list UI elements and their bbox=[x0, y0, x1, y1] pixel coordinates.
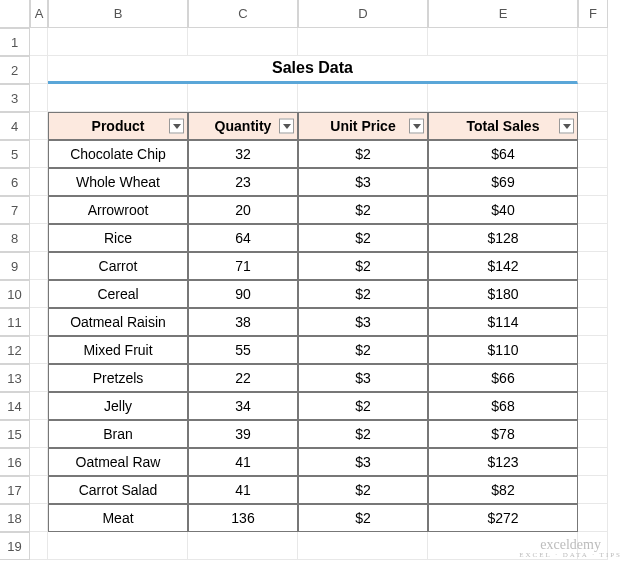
col-header-C[interactable]: C bbox=[188, 0, 298, 28]
cell-product-11[interactable]: Oatmeal Raw bbox=[48, 448, 188, 476]
cell-A17[interactable] bbox=[30, 476, 48, 504]
cell-quantity-13[interactable]: 136 bbox=[188, 504, 298, 532]
cell-F16[interactable] bbox=[578, 448, 608, 476]
cell-quantity-8[interactable]: 22 bbox=[188, 364, 298, 392]
cell-F8[interactable] bbox=[578, 224, 608, 252]
filter-dropdown-icon[interactable] bbox=[279, 119, 294, 134]
cell-F10[interactable] bbox=[578, 280, 608, 308]
cell-B19[interactable] bbox=[48, 532, 188, 560]
cell-F7[interactable] bbox=[578, 196, 608, 224]
cell-F5[interactable] bbox=[578, 140, 608, 168]
cell-F9[interactable] bbox=[578, 252, 608, 280]
cell-unit_price-9[interactable]: $2 bbox=[298, 392, 428, 420]
row-header-16[interactable]: 16 bbox=[0, 448, 30, 476]
cell-A15[interactable] bbox=[30, 420, 48, 448]
header-unit_price[interactable]: Unit Price bbox=[298, 112, 428, 140]
cell-unit_price-8[interactable]: $3 bbox=[298, 364, 428, 392]
cell-A11[interactable] bbox=[30, 308, 48, 336]
col-header-B[interactable]: B bbox=[48, 0, 188, 28]
cell-A1[interactable] bbox=[30, 28, 48, 56]
cell-F15[interactable] bbox=[578, 420, 608, 448]
col-header-A[interactable]: A bbox=[30, 0, 48, 28]
cell-product-4[interactable]: Carrot bbox=[48, 252, 188, 280]
cell-product-13[interactable]: Meat bbox=[48, 504, 188, 532]
cell-total_sales-11[interactable]: $123 bbox=[428, 448, 578, 476]
cell-F6[interactable] bbox=[578, 168, 608, 196]
cell-A16[interactable] bbox=[30, 448, 48, 476]
cell-A10[interactable] bbox=[30, 280, 48, 308]
cell-A8[interactable] bbox=[30, 224, 48, 252]
cell-product-10[interactable]: Bran bbox=[48, 420, 188, 448]
cell-total_sales-3[interactable]: $128 bbox=[428, 224, 578, 252]
cell-quantity-2[interactable]: 20 bbox=[188, 196, 298, 224]
cell-quantity-9[interactable]: 34 bbox=[188, 392, 298, 420]
cell-unit_price-3[interactable]: $2 bbox=[298, 224, 428, 252]
cell-total_sales-2[interactable]: $40 bbox=[428, 196, 578, 224]
cell-total_sales-10[interactable]: $78 bbox=[428, 420, 578, 448]
row-header-2[interactable]: 2 bbox=[0, 56, 30, 84]
cell-E3[interactable] bbox=[428, 84, 578, 112]
cell-F18[interactable] bbox=[578, 504, 608, 532]
cell-unit_price-12[interactable]: $2 bbox=[298, 476, 428, 504]
cell-product-6[interactable]: Oatmeal Raisin bbox=[48, 308, 188, 336]
cell-unit_price-10[interactable]: $2 bbox=[298, 420, 428, 448]
row-header-7[interactable]: 7 bbox=[0, 196, 30, 224]
cell-product-12[interactable]: Carrot Salad bbox=[48, 476, 188, 504]
cell-F1[interactable] bbox=[578, 28, 608, 56]
cell-A19[interactable] bbox=[30, 532, 48, 560]
cell-A14[interactable] bbox=[30, 392, 48, 420]
cell-quantity-6[interactable]: 38 bbox=[188, 308, 298, 336]
filter-dropdown-icon[interactable] bbox=[169, 119, 184, 134]
cell-E1[interactable] bbox=[428, 28, 578, 56]
row-header-4[interactable]: 4 bbox=[0, 112, 30, 140]
cell-A13[interactable] bbox=[30, 364, 48, 392]
row-header-1[interactable]: 1 bbox=[0, 28, 30, 56]
cell-total_sales-4[interactable]: $142 bbox=[428, 252, 578, 280]
select-all-corner[interactable] bbox=[0, 0, 30, 28]
cell-F11[interactable] bbox=[578, 308, 608, 336]
cell-C1[interactable] bbox=[188, 28, 298, 56]
cell-total_sales-7[interactable]: $110 bbox=[428, 336, 578, 364]
cell-F13[interactable] bbox=[578, 364, 608, 392]
row-header-17[interactable]: 17 bbox=[0, 476, 30, 504]
cell-A2[interactable] bbox=[30, 56, 48, 84]
cell-product-7[interactable]: Mixed Fruit bbox=[48, 336, 188, 364]
cell-unit_price-6[interactable]: $3 bbox=[298, 308, 428, 336]
row-header-5[interactable]: 5 bbox=[0, 140, 30, 168]
cell-unit_price-1[interactable]: $3 bbox=[298, 168, 428, 196]
cell-F4[interactable] bbox=[578, 112, 608, 140]
cell-A5[interactable] bbox=[30, 140, 48, 168]
row-header-15[interactable]: 15 bbox=[0, 420, 30, 448]
cell-F2[interactable] bbox=[578, 56, 608, 84]
row-header-19[interactable]: 19 bbox=[0, 532, 30, 560]
header-quantity[interactable]: Quantity bbox=[188, 112, 298, 140]
cell-A6[interactable] bbox=[30, 168, 48, 196]
cell-A9[interactable] bbox=[30, 252, 48, 280]
cell-B1[interactable] bbox=[48, 28, 188, 56]
cell-F17[interactable] bbox=[578, 476, 608, 504]
cell-product-2[interactable]: Arrowroot bbox=[48, 196, 188, 224]
cell-total_sales-1[interactable]: $69 bbox=[428, 168, 578, 196]
cell-unit_price-11[interactable]: $3 bbox=[298, 448, 428, 476]
row-header-12[interactable]: 12 bbox=[0, 336, 30, 364]
row-header-13[interactable]: 13 bbox=[0, 364, 30, 392]
cell-total_sales-0[interactable]: $64 bbox=[428, 140, 578, 168]
cell-A4[interactable] bbox=[30, 112, 48, 140]
cell-total_sales-9[interactable]: $68 bbox=[428, 392, 578, 420]
row-header-18[interactable]: 18 bbox=[0, 504, 30, 532]
header-total_sales[interactable]: Total Sales bbox=[428, 112, 578, 140]
cell-unit_price-4[interactable]: $2 bbox=[298, 252, 428, 280]
row-header-14[interactable]: 14 bbox=[0, 392, 30, 420]
cell-product-5[interactable]: Cereal bbox=[48, 280, 188, 308]
cell-unit_price-0[interactable]: $2 bbox=[298, 140, 428, 168]
cell-total_sales-6[interactable]: $114 bbox=[428, 308, 578, 336]
col-header-E[interactable]: E bbox=[428, 0, 578, 28]
cell-product-8[interactable]: Pretzels bbox=[48, 364, 188, 392]
cell-A7[interactable] bbox=[30, 196, 48, 224]
cell-A12[interactable] bbox=[30, 336, 48, 364]
row-header-6[interactable]: 6 bbox=[0, 168, 30, 196]
cell-total_sales-8[interactable]: $66 bbox=[428, 364, 578, 392]
cell-total_sales-5[interactable]: $180 bbox=[428, 280, 578, 308]
cell-D1[interactable] bbox=[298, 28, 428, 56]
cell-B3[interactable] bbox=[48, 84, 188, 112]
